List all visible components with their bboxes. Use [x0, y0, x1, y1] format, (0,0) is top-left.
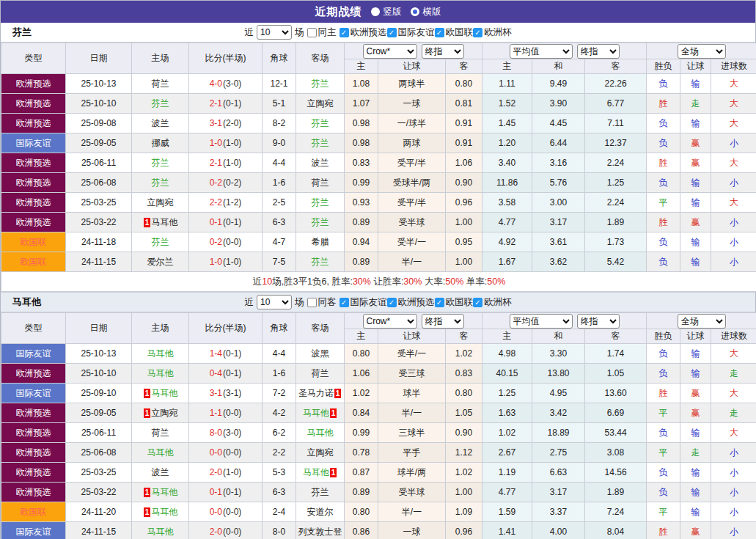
filter-controls: 近 10 场 同主 ✓欧洲预选✓国际友谊✓欧国联✓欧洲杯: [245, 25, 512, 40]
match-row: 欧国联24-11-15爱尔兰1-0(1-0)7-5芬兰0.89半/一1.001.…: [1, 252, 756, 272]
away-team-cell: 列支敦士登: [296, 522, 345, 539]
league-badge: 欧洲预选: [1, 364, 66, 384]
league-badge: 国际友谊: [1, 133, 66, 153]
crow-away-odds: 1.00: [446, 483, 482, 502]
league-filter-checkbox[interactable]: ✓欧国联: [435, 26, 474, 39]
col-corner: 角球: [263, 43, 296, 74]
bookmaker-select[interactable]: Crow*: [363, 44, 417, 59]
col-away: 客场: [296, 313, 345, 344]
corners-cell: 2-2: [263, 443, 296, 463]
crow-away-odds: 0.83: [446, 364, 482, 384]
league-filter-checkbox[interactable]: ✓欧洲杯: [473, 26, 512, 39]
halftime-score: (0-1): [223, 217, 241, 227]
result-goals: 大: [711, 193, 756, 213]
same-venue-checkbox[interactable]: 同主: [307, 26, 337, 39]
away-team-name: 圣马力诺: [298, 388, 334, 398]
avg-home-odds: 4.92: [482, 232, 532, 252]
league-filter-checkbox[interactable]: ✓国际友谊: [340, 296, 387, 309]
avg-home-odds: 1.63: [482, 403, 532, 423]
col-away: 客场: [296, 43, 345, 74]
average-select[interactable]: 平均值: [510, 314, 573, 329]
score-cell: 0-0(0-0): [189, 443, 263, 463]
league-filter-checkbox[interactable]: ✓欧洲杯: [473, 296, 512, 309]
league-badge: 欧洲预选: [1, 443, 66, 463]
date-cell: 24-11-15: [66, 252, 132, 272]
result-goals: 大: [711, 344, 756, 364]
same-venue-label: 同主: [318, 26, 337, 39]
match-row: 欧洲预选25-03-25波兰2-0(1-0)5-3马耳他10.87球半/两1.0…: [1, 463, 756, 483]
league-badge: 欧洲预选: [1, 94, 66, 114]
league-filters: ✓国际友谊✓欧洲预选✓欧国联✓欧洲杯: [340, 296, 512, 309]
result-wdl: 平: [647, 443, 680, 463]
fulltime-score: 2-0: [210, 467, 222, 477]
away-team-cell: 芬兰: [296, 213, 345, 232]
league-filter-label: 欧洲预选: [398, 296, 435, 309]
home-team-cell: 荷兰: [132, 423, 189, 443]
team-filter-row: 马耳他 近 10 场 同客 ✓国际友谊✓欧洲预选✓欧国联✓欧洲杯: [1, 292, 755, 312]
average-select[interactable]: 平均值: [510, 44, 573, 59]
summary-segment: 单率:: [463, 276, 487, 287]
league-badge: 欧洲预选: [1, 193, 66, 213]
avg-draw-odds: 13.80: [532, 364, 585, 384]
layout-radio-vertical[interactable]: 竖版: [371, 6, 402, 18]
radio-horizontal-label: 横版: [423, 6, 441, 18]
same-venue-checkbox[interactable]: 同客: [307, 296, 337, 309]
games-count-select[interactable]: 10: [257, 295, 292, 309]
home-team-name: 芬兰: [152, 158, 169, 168]
home-team-cell: 1立陶宛: [132, 403, 189, 423]
checkbox-icon: ✓: [435, 28, 444, 37]
crow-handicap: 两球: [378, 133, 446, 153]
away-team-cell: 芬兰: [296, 483, 345, 502]
away-team-cell: 芬兰: [296, 133, 345, 153]
fulltime-select[interactable]: 全场: [678, 44, 726, 59]
home-team-name: 立陶宛: [151, 408, 177, 418]
away-team-name: 芬兰: [312, 138, 329, 148]
result-handicap: 赢: [680, 403, 711, 423]
away-team-cell: 安道尔: [296, 502, 345, 522]
corners-cell: 6-3: [263, 483, 296, 502]
league-badge: 欧国联: [1, 502, 66, 522]
result-goals: 小: [711, 213, 756, 232]
summary-segment: 30%: [353, 276, 371, 287]
corners-cell: 4-2: [263, 403, 296, 423]
result-handicap: 输: [680, 344, 711, 364]
league-filter-checkbox[interactable]: ✓国际友谊: [387, 26, 435, 39]
away-team-cell: 圣马力诺1: [296, 384, 345, 403]
bookmaker-select[interactable]: Crow*: [363, 314, 417, 329]
halftime-score: (3-0): [223, 428, 241, 438]
final-odds-select-1[interactable]: 终指: [422, 44, 464, 59]
home-team-name: 马耳他: [151, 388, 177, 398]
header-dropdown-row: 类型 日期 主场 比分(半场) 角球 客场 Crow* 终指 平均值: [1, 313, 756, 329]
sub-col-crow-away: 客: [446, 59, 482, 74]
home-team-name: 立陶宛: [147, 197, 174, 208]
league-filter-checkbox[interactable]: ✓欧洲预选: [340, 26, 387, 39]
date-cell: 25-06-08: [66, 443, 132, 463]
score-cell: 2-0(0-0): [189, 522, 263, 539]
avg-away-odds: 1.73: [585, 232, 647, 252]
crow-home-odds: 0.87: [345, 463, 378, 483]
final-odds-select-2[interactable]: 终指: [577, 314, 620, 329]
avg-draw-odds: 3.16: [532, 153, 585, 173]
fulltime-select[interactable]: 全场: [678, 314, 726, 329]
crow-home-odds: 0.98: [345, 133, 378, 153]
final-odds-select-1[interactable]: 终指: [422, 314, 464, 329]
games-count-select[interactable]: 10: [257, 25, 292, 40]
fulltime-score: 2-1: [210, 98, 222, 109]
result-goals: 大: [711, 153, 756, 173]
layout-radio-horizontal[interactable]: 横版: [411, 6, 441, 18]
sub-col-crow-away: 客: [446, 329, 482, 344]
league-filter-checkbox[interactable]: ✓欧洲预选: [387, 296, 435, 309]
crow-handicap: 三球半: [378, 423, 446, 443]
home-team-name: 马耳他: [147, 447, 174, 458]
checkbox-icon: ✓: [340, 28, 349, 37]
score-cell: 3-1(2-0): [189, 114, 263, 133]
crow-away-odds: 0.80: [446, 74, 482, 94]
away-team-cell: 马耳他1: [296, 463, 345, 483]
home-team-name: 芬兰: [152, 98, 169, 109]
final-odds-select-2[interactable]: 终指: [577, 44, 620, 59]
summary-segment: 50%: [445, 276, 463, 287]
result-wdl: 胜: [647, 522, 680, 539]
corners-cell: 2-4: [263, 502, 296, 522]
league-filter-checkbox[interactable]: ✓欧国联: [435, 296, 474, 309]
results-body: 欧洲预选25-10-13荷兰4-0(3-0)12-1芬兰1.08两球半0.801…: [1, 74, 756, 272]
